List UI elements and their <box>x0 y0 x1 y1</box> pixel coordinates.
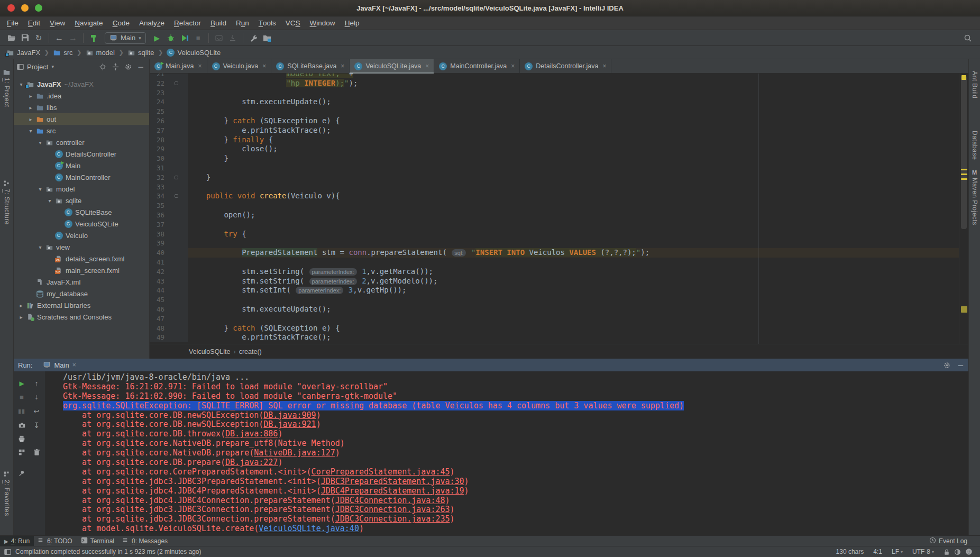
console-softwrap-button[interactable]: ↩ <box>32 406 41 416</box>
console-line[interactable]: Gtk-Message: 16:21:02.990: Failed to loa… <box>63 392 968 401</box>
editor-line-29[interactable]: 29 close(); <box>150 144 959 154</box>
sync-button[interactable]: ↻ <box>32 32 45 44</box>
editor-line-37[interactable]: 37 <box>150 220 959 230</box>
stripe-button-mavenprojects[interactable]: MMaven Projects <box>969 169 980 225</box>
menu-run[interactable]: Run <box>231 16 254 30</box>
console-stop-button[interactable]: ■ <box>17 392 26 401</box>
stack-trace-link[interactable]: JDBC3Connection.java:263 <box>335 505 450 514</box>
locate-button[interactable] <box>97 61 108 72</box>
console-line[interactable]: at org.sqlite.jdbc4.JDBC4PreparedStateme… <box>63 487 968 496</box>
tree-item-javafx-iml[interactable]: JavaFX.iml <box>14 276 149 288</box>
editor-line-42[interactable]: 42 stm.setString( parameterIndex: 1,v.ge… <box>150 267 959 277</box>
tree-expand-icon[interactable]: ▾ <box>17 81 25 87</box>
search-button[interactable] <box>961 32 975 44</box>
console-line[interactable]: at model.sqlite.VeiculoSQLite.create(Vei… <box>63 524 968 534</box>
console-line[interactable]: at org.sqlite.core.DB.prepare(DB.java:22… <box>63 458 968 468</box>
breadcrumb-veiculosqlite[interactable]: CVeiculoSQLite <box>164 49 223 57</box>
stack-trace-link[interactable]: JDBC4PreparedStatement.java:19 <box>321 486 464 496</box>
menu-window[interactable]: Window <box>305 16 340 30</box>
console-print-button[interactable] <box>17 434 26 444</box>
editor-tab-maincontroller-java[interactable]: CMainController.java× <box>434 59 520 73</box>
hector-icon[interactable] <box>965 548 973 555</box>
editor-tab-main-java[interactable]: C▶Main.java× <box>150 59 207 73</box>
console-line[interactable]: org.sqlite.SQLiteException: [SQLITE_ERRO… <box>63 401 968 411</box>
warning-stripe-mark[interactable] <box>961 169 967 170</box>
fold-marker-icon[interactable] <box>175 176 178 179</box>
tree-item-main[interactable]: C▶ Main <box>14 160 149 171</box>
status-lf[interactable]: LF▾ <box>892 548 903 555</box>
editor-line-30[interactable]: 30 } <box>150 154 959 163</box>
stripe-button-antbuild[interactable]: Ant Build <box>969 71 980 99</box>
stack-trace-link[interactable]: DB.java:227 <box>225 458 278 467</box>
menu-refactor[interactable]: Refactor <box>169 16 206 30</box>
console-down-button[interactable]: ↓ <box>32 392 41 401</box>
console-line[interactable]: at org.sqlite.core.CorePreparedStatement… <box>63 468 968 477</box>
console-up-button[interactable]: ↑ <box>32 379 41 388</box>
menu-view[interactable]: View <box>45 16 70 30</box>
stop-button[interactable]: ■ <box>191 32 205 44</box>
console-trash-button[interactable] <box>32 448 41 457</box>
console-line[interactable]: at org.sqlite.jdbc3.JDBC3PreparedStateme… <box>63 477 968 487</box>
menu-vcs[interactable]: VCS <box>281 16 305 30</box>
editor-line-22[interactable]: 22 "hp INTEGER);"); <box>150 79 959 88</box>
menu-navigate[interactable]: Navigate <box>70 16 107 30</box>
tree-item--idea[interactable]: ▸ .idea <box>14 90 149 102</box>
status-41[interactable]: 4:1 <box>873 548 882 555</box>
warning-stripe-block[interactable] <box>961 306 967 313</box>
tree-item-controller[interactable]: ▾ controller <box>14 136 149 148</box>
forward-button[interactable]: → <box>66 32 80 44</box>
tree-expand-icon[interactable]: ▸ <box>17 314 25 320</box>
editor-line-43[interactable]: 43 stm.setString( parameterIndex: 2,v.ge… <box>150 277 959 286</box>
console-camera-button[interactable] <box>17 421 26 430</box>
settings-gear-icon[interactable] <box>943 361 951 369</box>
breadcrumb-method[interactable]: create() <box>239 348 262 355</box>
tree-item-libs[interactable]: ▸ libs <box>14 102 149 113</box>
tree-item-detailscontroller[interactable]: C DetailsController <box>14 148 149 160</box>
editor-line-23[interactable]: 23 <box>150 88 959 98</box>
tree-item-main-screen-fxml[interactable]: <> main_screen.fxml <box>14 264 149 276</box>
console-rerun-button[interactable]: ▶ <box>17 379 26 388</box>
editor-line-47[interactable]: 47 <box>150 314 959 324</box>
console-pin-button[interactable] <box>17 469 26 478</box>
console-line[interactable]: at org.sqlite.core.NativeDB.prepare_utf8… <box>63 439 968 449</box>
editor-tab-veiculo-java[interactable]: CVeiculo.java× <box>207 59 272 73</box>
editor-error-stripe[interactable] <box>959 74 968 344</box>
tree-item-javafx[interactable]: ▾ JavaFX ~/JavaFX <box>14 78 149 90</box>
close-icon[interactable]: × <box>262 62 266 70</box>
editor-line-28[interactable]: 28 } finally { <box>150 135 959 145</box>
tree-expand-icon[interactable]: ▾ <box>36 186 44 192</box>
menu-file[interactable]: File <box>2 16 23 30</box>
code-editor[interactable]: 21 modelo TEXT," + 22 "hp INTEGER);"); 2… <box>150 74 959 344</box>
tree-expand-icon[interactable]: ▸ <box>26 93 35 99</box>
toolwindow-button-eventlog[interactable]: Event Log <box>925 537 972 545</box>
console-line[interactable]: at org.sqlite.core.DB.throwex(DB.java:88… <box>63 430 968 439</box>
tree-item-sqlite[interactable]: ▾ sqlite <box>14 195 149 206</box>
warning-stripe-mark[interactable] <box>961 178 967 180</box>
close-icon[interactable]: × <box>602 62 606 70</box>
editor-line-45[interactable]: 45 <box>150 295 959 305</box>
editor-line-34[interactable]: 34 public void create(Veiculo v){ <box>150 191 959 201</box>
menu-build[interactable]: Build <box>206 16 231 30</box>
settings-gear-button[interactable] <box>123 61 133 72</box>
tree-item-src[interactable]: ▾ src <box>14 125 149 136</box>
breadcrumb-src[interactable]: src <box>51 49 75 57</box>
run-configuration-select[interactable]: Main▾ <box>105 32 146 44</box>
stack-trace-link[interactable]: JDBC3Connection.java:235 <box>335 514 450 524</box>
editor-line-25[interactable]: 25 <box>150 107 959 116</box>
editor-scrollbar-thumb[interactable] <box>961 76 967 229</box>
fold-marker-icon[interactable] <box>175 194 178 198</box>
stack-trace-link[interactable]: JDBC3PreparedStatement.java:30 <box>321 477 464 486</box>
editor-line-39[interactable]: 39 <box>150 239 959 248</box>
run-tab-main[interactable]: Main × <box>40 359 79 371</box>
breadcrumb-model[interactable]: model <box>84 49 117 57</box>
toolwindow-button-run[interactable]: ▶4: Run <box>0 536 34 546</box>
open-button[interactable] <box>4 32 18 44</box>
project-view-selector[interactable]: Project ▾ <box>17 63 54 71</box>
editor-line-33[interactable]: 33 <box>150 182 959 192</box>
menu-help[interactable]: Help <box>340 16 364 30</box>
editor-line-35[interactable]: 35 <box>150 201 959 211</box>
status-130chars[interactable]: 130 chars <box>836 548 864 555</box>
menu-analyze[interactable]: Analyze <box>134 16 169 30</box>
stack-trace-link[interactable]: CorePreparedStatement.java:45 <box>312 467 450 477</box>
stack-trace-link[interactable]: DB.java:909 <box>263 410 316 420</box>
